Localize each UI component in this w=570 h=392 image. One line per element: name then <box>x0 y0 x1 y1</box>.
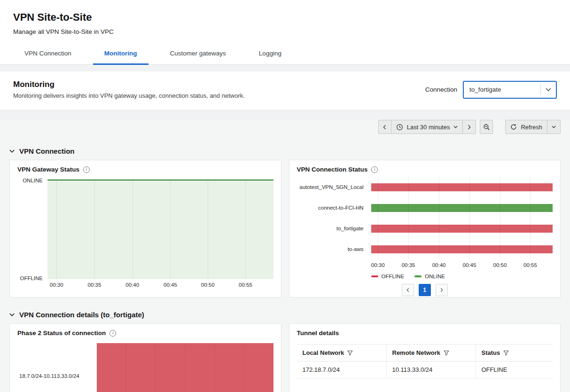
chart-legend: OFFLINE ONLINE <box>371 274 553 279</box>
legend-item-offline[interactable]: OFFLINE <box>371 274 405 279</box>
gridline <box>469 177 470 259</box>
info-icon[interactable] <box>83 166 90 173</box>
refresh-icon <box>510 124 517 130</box>
category-label: connect-to-FCI-HN <box>297 197 371 218</box>
chevron-down-icon <box>453 125 458 128</box>
category-label: to_fortigate <box>297 218 371 239</box>
card-title: VPN Gateway Status <box>17 166 79 173</box>
tab-bar: VPN Connection Monitoring Customer gatew… <box>13 45 557 64</box>
column-header-label: Local Network <box>303 349 344 356</box>
section-title: VPN Connection <box>19 147 75 155</box>
card-title: Tunnel details <box>297 329 339 337</box>
vpn-gateway-status-card: VPN Gateway Status ONLINE OFFLINE <box>9 160 281 298</box>
chevron-down-icon <box>541 88 556 91</box>
gridline <box>94 180 95 279</box>
tab-vpn-connection[interactable]: VPN Connection <box>13 45 83 64</box>
legend-item-online[interactable]: ONLINE <box>414 274 445 279</box>
gridline <box>245 180 246 279</box>
tab-logging[interactable]: Logging <box>248 45 293 64</box>
chevron-left-icon <box>383 125 386 130</box>
refresh-label: Refresh <box>521 124 542 131</box>
gridline <box>530 177 531 259</box>
x-tick: 00:55 <box>523 262 537 268</box>
column-header-status: Status <box>476 345 553 361</box>
legend-label: OFFLINE <box>382 274 405 279</box>
chevron-right-icon <box>440 288 443 292</box>
page-subtitle: Manage all VPN Site-to-Site in VPC <box>13 28 557 35</box>
time-range-group: Last 30 minutes <box>378 120 476 134</box>
chevron-down-icon <box>9 149 15 153</box>
local-network-cell: 172.18.7.0/24 <box>297 361 386 378</box>
tab-customer-gateways[interactable]: Customer gateways <box>159 45 237 64</box>
gridline <box>133 180 133 279</box>
time-range-button[interactable]: Last 30 minutes <box>391 120 463 134</box>
monitoring-description: Monitoring delivers insights into VPN ga… <box>13 92 245 99</box>
gridline <box>155 343 156 392</box>
phase2-status-chart: 18.7.0/24-10.113.33.0/24 <box>10 340 281 392</box>
gridline <box>378 177 378 259</box>
connection-status-plot-area <box>371 177 553 259</box>
status-bar-offline <box>371 245 553 253</box>
x-tick: 00:50 <box>201 282 215 288</box>
zoom-out-icon <box>483 124 490 131</box>
info-icon[interactable] <box>109 330 116 337</box>
connection-select-value: to_fortigate <box>464 86 540 93</box>
x-axis: 00:30 00:35 00:40 00:45 00:50 00:55 <box>47 279 273 290</box>
phase2-status-card: Phase 2 Status of connection 18.7.0/24-1… <box>9 323 281 392</box>
y-axis-labels: ONLINE OFFLINE <box>17 180 47 279</box>
status-bar-online <box>371 204 553 212</box>
gridline <box>56 180 57 279</box>
chevron-right-icon <box>468 125 471 130</box>
refresh-button[interactable]: Refresh <box>505 120 547 134</box>
filter-icon[interactable] <box>347 350 353 356</box>
column-header-label: Status <box>482 349 500 356</box>
gridline <box>170 180 171 279</box>
filter-icon[interactable] <box>444 350 449 356</box>
pagination-prev-button[interactable] <box>402 284 414 296</box>
x-tick: 00:45 <box>463 262 476 268</box>
vpn-connection-cards: VPN Gateway Status ONLINE OFFLINE <box>9 160 561 298</box>
y-tick-online: ONLINE <box>23 178 43 183</box>
section-vpn-connection-details[interactable]: VPN Connection details (to_fortigate) <box>9 311 561 319</box>
pagination-next-button[interactable] <box>436 284 448 296</box>
time-toolbar: Last 30 minutes <box>9 120 561 134</box>
info-icon[interactable] <box>371 166 378 173</box>
time-shift-forward-button[interactable] <box>463 120 476 134</box>
monitoring-header-text: Monitoring Monitoring delivers insights … <box>13 80 245 99</box>
gridline <box>439 177 439 259</box>
y-axis-labels: autotest_VPN_SGN_Local connect-to-FCI-HN… <box>297 177 371 259</box>
section-title: VPN Connection details (to_fortigate) <box>19 311 144 319</box>
section-vpn-connection[interactable]: VPN Connection <box>9 147 561 155</box>
tab-monitoring[interactable]: Monitoring <box>93 45 148 65</box>
legend-label: ONLINE <box>425 274 445 279</box>
monitoring-content: Last 30 minutes <box>0 120 570 392</box>
chevron-down-icon <box>552 125 556 128</box>
x-tick: 00:40 <box>432 262 446 268</box>
x-tick: 00:45 <box>164 282 177 288</box>
page-header: VPN Site-to-Site Manage all VPN Site-to-… <box>0 0 570 65</box>
vpn-connection-details-cards: Phase 2 Status of connection 18.7.0/24-1… <box>9 323 561 392</box>
time-shift-back-button[interactable] <box>378 120 391 134</box>
connection-status-chart: autotest_VPN_SGN_Local connect-to-FCI-HN… <box>289 177 561 296</box>
table-header-row: Local Network Remote Network <box>297 345 553 361</box>
filter-icon[interactable] <box>503 350 509 356</box>
category-label: autotest_VPN_SGN_Local <box>297 177 371 197</box>
vpn-connection-status-card: VPN Connection Status autotest_VPN_SGN_L… <box>289 160 561 298</box>
chevron-left-icon <box>406 288 409 292</box>
gridline <box>185 343 186 392</box>
online-swatch <box>414 275 422 277</box>
category-label: 18.7.0/24-10.113.33.0/24 <box>19 373 79 379</box>
x-axis: 00:30 00:35 00:40 00:45 00:50 00:55 <box>371 259 553 271</box>
card-title: Phase 2 Status of connection <box>17 329 106 337</box>
chevron-down-icon <box>9 313 15 316</box>
x-tick: 00:30 <box>50 282 63 288</box>
gateway-status-chart: ONLINE OFFLINE 00:30 <box>10 177 281 293</box>
gridline <box>214 343 215 392</box>
zoom-out-button[interactable] <box>480 120 493 134</box>
pagination-page-1-button[interactable]: 1 <box>419 284 431 296</box>
connection-select[interactable]: to_fortigate <box>463 81 557 99</box>
refresh-interval-button[interactable] <box>547 120 561 134</box>
connection-label: Connection <box>425 86 457 93</box>
column-header-remote-network: Remote Network <box>386 345 476 361</box>
x-tick: 00:30 <box>371 262 385 268</box>
